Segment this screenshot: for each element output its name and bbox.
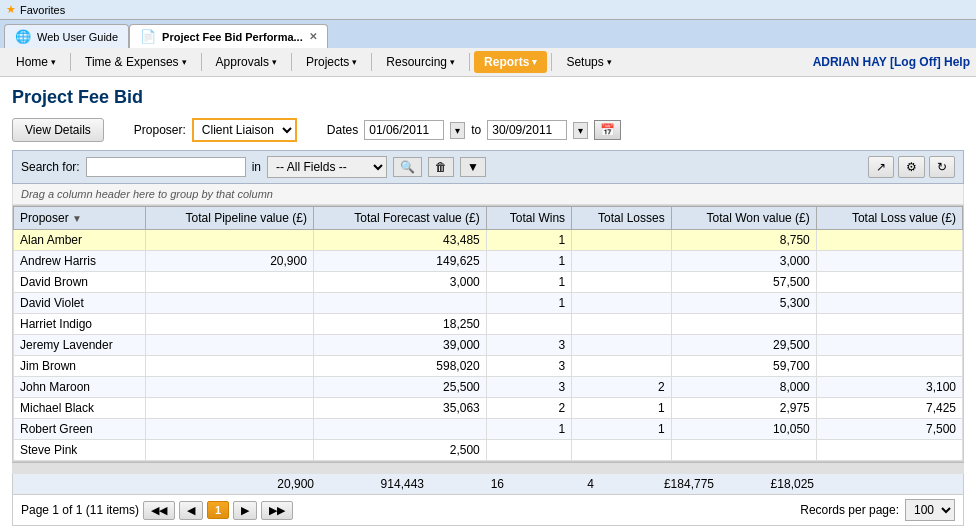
table-row: Jeremy Lavender39,000329,500 — [14, 335, 963, 356]
cell-0-0: Alan Amber — [14, 230, 146, 251]
cell-1-5: 3,000 — [671, 251, 816, 272]
search-field-select[interactable]: -- All Fields -- Proposer Total Pipeline… — [267, 156, 387, 178]
cell-2-5: 57,500 — [671, 272, 816, 293]
date-to-dropdown-btn[interactable]: ▾ — [573, 122, 588, 139]
nav-setups[interactable]: Setups ▾ — [556, 51, 621, 73]
tab-ie-icon: 🌐 — [15, 29, 31, 44]
nav-logoff[interactable]: [Log Off] — [890, 55, 941, 69]
nav-approvals-arrow: ▾ — [272, 57, 277, 67]
date-from-dropdown-btn[interactable]: ▾ — [450, 122, 465, 139]
search-filter-button[interactable]: ▼ — [460, 157, 486, 177]
nav-home[interactable]: Home ▾ — [6, 51, 66, 73]
nav-time-expenses[interactable]: Time & Expenses ▾ — [75, 51, 197, 73]
col-header-losses[interactable]: Total Losses — [572, 207, 672, 230]
nav-help[interactable]: Help — [944, 55, 970, 69]
cell-8-1 — [146, 398, 314, 419]
nav-sep-2 — [201, 53, 202, 71]
col-header-proposer[interactable]: Proposer ▼ — [14, 207, 146, 230]
nav-approvals[interactable]: Approvals ▾ — [206, 51, 287, 73]
nav-projects[interactable]: Projects ▾ — [296, 51, 367, 73]
page-prev-button[interactable]: ◀ — [179, 501, 203, 520]
col-header-wins[interactable]: Total Wins — [486, 207, 571, 230]
nav-setups-arrow: ▾ — [607, 57, 612, 67]
date-from-input[interactable] — [364, 120, 444, 140]
records-per-page-select[interactable]: 100 50 25 — [905, 499, 955, 521]
search-clear-button[interactable]: 🗑 — [428, 157, 454, 177]
cell-8-2: 35,063 — [313, 398, 486, 419]
nav-sep-4 — [371, 53, 372, 71]
cell-3-5: 5,300 — [671, 293, 816, 314]
nav-reports[interactable]: Reports ▾ — [474, 51, 547, 73]
tab-web-user-guide[interactable]: 🌐 Web User Guide — [4, 24, 129, 48]
cell-10-1 — [146, 440, 314, 461]
data-table-wrapper: Proposer ▼ Total Pipeline value (£) Tota… — [12, 205, 964, 462]
group-hint: Drag a column header here to group by th… — [12, 184, 964, 205]
cell-10-3 — [486, 440, 571, 461]
nav-reports-label: Reports — [484, 55, 529, 69]
col-header-pipeline[interactable]: Total Pipeline value (£) — [146, 207, 314, 230]
col-header-won-value[interactable]: Total Won value (£) — [671, 207, 816, 230]
table-row: Jim Brown598,020359,700 — [14, 356, 963, 377]
search-input[interactable] — [86, 157, 246, 177]
page-next-button[interactable]: ▶ — [233, 501, 257, 520]
cell-6-5: 59,700 — [671, 356, 816, 377]
cell-10-4 — [572, 440, 672, 461]
tab-project-fee[interactable]: 📄 Project Fee Bid Performa... ✕ — [129, 24, 328, 48]
table-row: David Brown3,000157,500 — [14, 272, 963, 293]
proposer-select[interactable]: Client Liaison — [192, 118, 297, 142]
nav-reports-arrow: ▾ — [532, 57, 537, 67]
view-details-button[interactable]: View Details — [12, 118, 104, 142]
cell-6-1 — [146, 356, 314, 377]
cell-4-5 — [671, 314, 816, 335]
cell-3-3: 1 — [486, 293, 571, 314]
cell-9-5: 10,050 — [671, 419, 816, 440]
search-go-button[interactable]: 🔍 — [393, 157, 422, 177]
proposer-filter-icon[interactable]: ▼ — [72, 213, 82, 224]
cell-4-6 — [816, 314, 962, 335]
col-header-loss-value[interactable]: Total Loss value (£) — [816, 207, 962, 230]
refresh-button[interactable]: ↻ — [929, 156, 955, 178]
cell-2-4 — [572, 272, 672, 293]
cell-1-4 — [572, 251, 672, 272]
total-won-value: £184,775 — [594, 477, 714, 491]
nav-resourcing-arrow: ▾ — [450, 57, 455, 67]
cell-0-1 — [146, 230, 314, 251]
cell-4-1 — [146, 314, 314, 335]
settings-button[interactable]: ⚙ — [898, 156, 925, 178]
cell-9-6: 7,500 — [816, 419, 962, 440]
favorites-star: ★ — [6, 3, 16, 16]
cell-7-3: 3 — [486, 377, 571, 398]
cell-6-4 — [572, 356, 672, 377]
tab-project-fee-label: Project Fee Bid Performa... — [162, 31, 303, 43]
tab-close-icon[interactable]: ✕ — [309, 31, 317, 42]
cell-2-3: 1 — [486, 272, 571, 293]
cell-10-2: 2,500 — [313, 440, 486, 461]
table-row: Steve Pink2,500 — [14, 440, 963, 461]
to-label: to — [471, 123, 481, 137]
cell-2-1 — [146, 272, 314, 293]
records-per-page-label: Records per page: — [800, 503, 899, 517]
cell-0-2: 43,485 — [313, 230, 486, 251]
col-header-forecast[interactable]: Total Forecast value (£) — [313, 207, 486, 230]
cell-9-4: 1 — [572, 419, 672, 440]
page-current-button[interactable]: 1 — [207, 501, 229, 519]
cell-4-3 — [486, 314, 571, 335]
nav-home-arrow: ▾ — [51, 57, 56, 67]
cell-1-0: Andrew Harris — [14, 251, 146, 272]
cell-3-0: David Violet — [14, 293, 146, 314]
date-to-input[interactable] — [487, 120, 567, 140]
page-last-button[interactable]: ▶▶ — [261, 501, 293, 520]
cell-1-2: 149,625 — [313, 251, 486, 272]
calendar-button[interactable]: 📅 — [594, 120, 621, 140]
table-row: John Maroon25,500328,0003,100 — [14, 377, 963, 398]
export-button[interactable]: ↗ — [868, 156, 894, 178]
cell-7-2: 25,500 — [313, 377, 486, 398]
nav-projects-label: Projects — [306, 55, 349, 69]
search-row: Search for: in -- All Fields -- Proposer… — [12, 150, 964, 184]
horizontal-scrollbar[interactable] — [12, 462, 964, 474]
nav-resourcing[interactable]: Resourcing ▾ — [376, 51, 465, 73]
data-table: Proposer ▼ Total Pipeline value (£) Tota… — [13, 206, 963, 461]
page-first-button[interactable]: ◀◀ — [143, 501, 175, 520]
table-footer: 20,900 914,443 16 4 £184,775 £18,025 Pag… — [12, 474, 964, 526]
nav-user-section: ADRIAN HAY [Log Off] Help — [813, 55, 970, 69]
